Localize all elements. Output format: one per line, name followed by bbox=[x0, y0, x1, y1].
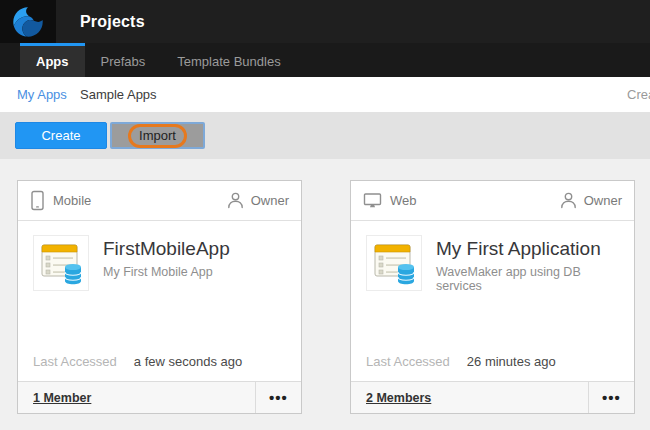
wavemaker-logo-icon bbox=[12, 6, 44, 38]
app-icon bbox=[366, 235, 422, 291]
platform-label: Mobile bbox=[53, 193, 91, 208]
tab-template-bundles[interactable]: Template Bundles bbox=[161, 43, 296, 77]
project-card-firstmobileapp[interactable]: Mobile Owner bbox=[17, 180, 302, 414]
wavemaker-logo[interactable] bbox=[0, 0, 56, 43]
sub-nav: My Apps Sample Apps Create bbox=[0, 77, 650, 112]
tab-prefabs[interactable]: Prefabs bbox=[85, 43, 162, 77]
import-button-label: Import bbox=[139, 128, 176, 143]
last-accessed-row: Last Accessed 26 minutes ago bbox=[351, 354, 634, 381]
mobile-icon bbox=[30, 190, 45, 211]
owner-label: Owner bbox=[584, 193, 622, 208]
card-header: Mobile Owner bbox=[18, 181, 301, 221]
database-icon bbox=[65, 264, 81, 284]
app-icon bbox=[33, 235, 89, 291]
platform-label: Web bbox=[390, 193, 417, 208]
last-accessed-value: a few seconds ago bbox=[134, 354, 242, 369]
last-accessed-row: Last Accessed a few seconds ago bbox=[18, 354, 301, 381]
import-highlight-annotation: Import bbox=[128, 124, 187, 148]
card-body: My First Application WaveMaker app using… bbox=[351, 221, 634, 293]
app-subtitle: WaveMaker app using DB services bbox=[436, 265, 619, 293]
project-card-myfirstapplication[interactable]: Web Owner bbox=[350, 180, 635, 414]
app-text: My First Application WaveMaker app using… bbox=[436, 235, 619, 293]
last-accessed-value: 26 minutes ago bbox=[467, 354, 556, 369]
card-body: FirstMobileApp My First Mobile App bbox=[18, 221, 301, 291]
more-options-icon[interactable]: ••• bbox=[255, 382, 301, 413]
last-accessed-label: Last Accessed bbox=[33, 354, 117, 369]
main-tabs: Apps Prefabs Template Bundles bbox=[0, 43, 650, 77]
page-title: Projects bbox=[80, 0, 145, 43]
app-title: My First Application bbox=[436, 238, 619, 260]
subnav-my-apps[interactable]: My Apps bbox=[17, 77, 67, 112]
app-title: FirstMobileApp bbox=[103, 238, 230, 260]
owner-label: Owner bbox=[251, 193, 289, 208]
more-options-icon[interactable]: ••• bbox=[588, 382, 634, 413]
create-button[interactable]: Create bbox=[15, 122, 107, 149]
members-link[interactable]: 2 Members bbox=[351, 382, 588, 413]
app-header: Projects bbox=[0, 0, 650, 43]
members-link[interactable]: 1 Member bbox=[18, 382, 255, 413]
subnav-create-link[interactable]: Create bbox=[627, 77, 650, 112]
web-icon bbox=[363, 192, 382, 209]
owner-icon bbox=[227, 192, 244, 209]
owner-icon bbox=[560, 192, 577, 209]
database-icon bbox=[398, 264, 414, 284]
import-button[interactable]: Import bbox=[110, 122, 205, 149]
tab-apps[interactable]: Apps bbox=[20, 43, 85, 77]
card-footer: 2 Members ••• bbox=[351, 381, 634, 413]
actions-toolbar: Create Import bbox=[0, 112, 650, 159]
projects-page: Projects Apps Prefabs Template Bundles M… bbox=[0, 0, 650, 430]
card-footer: 1 Member ••• bbox=[18, 381, 301, 413]
app-text: FirstMobileApp My First Mobile App bbox=[103, 235, 230, 291]
subnav-sample-apps[interactable]: Sample Apps bbox=[80, 77, 157, 112]
last-accessed-label: Last Accessed bbox=[366, 354, 450, 369]
app-subtitle: My First Mobile App bbox=[103, 265, 230, 279]
card-header: Web Owner bbox=[351, 181, 634, 221]
